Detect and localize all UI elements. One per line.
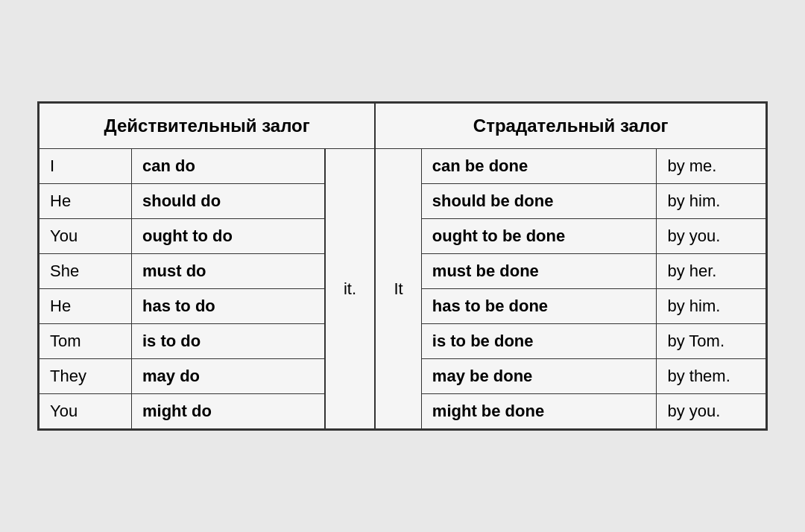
table-row-subject: She [40,254,132,289]
table-row-active-verb: ought to do [131,219,324,254]
table-row-subject: You [40,219,132,254]
table-row-active-verb: may do [131,359,324,394]
table-row-subject: They [40,359,132,394]
table-row-by: by him. [657,184,766,219]
table-row-active-verb: has to do [131,289,324,324]
table-row-active-verb: might do [131,394,324,429]
table-row-by: by you. [657,394,766,429]
table-row-subject: He [40,184,132,219]
table-row-active-verb: is to do [131,324,324,359]
table-row-subject: He [40,289,132,324]
table-row-by: by her. [657,254,766,289]
table-row-passive-verb: ought to be done [421,219,657,254]
table-row-by: by you. [657,219,766,254]
table-row-subject: I [40,149,132,184]
table-row-by: by them. [657,359,766,394]
table-row-subject: Tom [40,324,132,359]
table-row-passive-verb: must be done [421,254,657,289]
table-row-active-verb: can do [131,149,324,184]
active-voice-header: Действительный залог [40,104,376,149]
table-row-passive-verb: can be done [421,149,657,184]
table-row-by: by me. [657,149,766,184]
table-row-passive-verb: has to be done [421,289,657,324]
table-row-passive-verb: is to be done [421,324,657,359]
main-table-wrapper: Действительный залог Страдательный залог… [37,101,768,431]
table-row-active-verb: should do [131,184,324,219]
table-row-subject: You [40,394,132,429]
table-row-passive-verb: may be done [421,359,657,394]
table-row-by: by Tom. [657,324,766,359]
table-row-passive-verb: might be done [421,394,657,429]
It-label: It [375,149,421,429]
table-row-by: by him. [657,289,766,324]
table-row-active-verb: must do [131,254,324,289]
passive-voice-header: Страдательный залог [375,104,765,149]
it-label: it. [325,149,376,429]
table-row-passive-verb: should be done [421,184,657,219]
